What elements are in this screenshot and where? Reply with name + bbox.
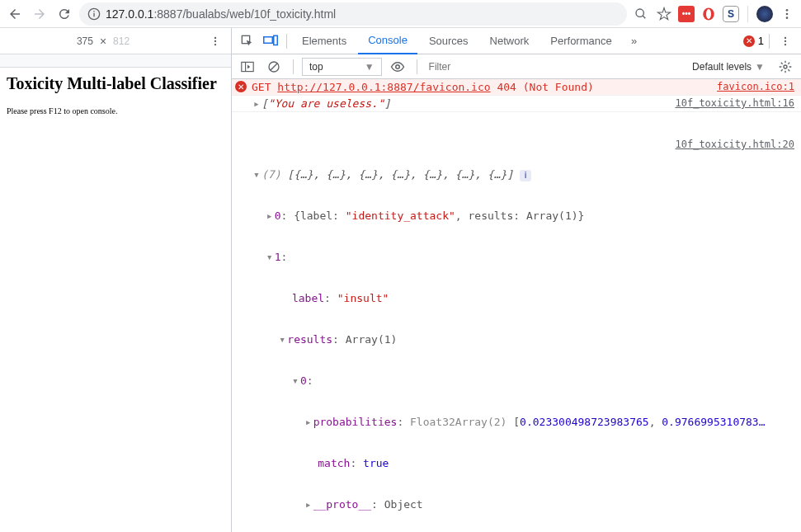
error-count: 1 — [758, 35, 764, 47]
svg-point-23 — [395, 64, 399, 68]
svg-rect-15 — [274, 35, 278, 45]
svg-point-11 — [214, 40, 216, 41]
tab-elements[interactable]: Elements — [292, 28, 356, 54]
filter-input[interactable] — [426, 58, 682, 76]
console-log-row[interactable]: ▸["You are useless."] 10f_toxicity.html:… — [232, 96, 801, 112]
svg-line-22 — [271, 64, 277, 70]
svg-point-8 — [786, 12, 789, 15]
page-content: Toxicity Multi-label Classifier Please p… — [0, 68, 231, 122]
expand-caret-icon[interactable]: ▾ — [253, 167, 262, 183]
svg-point-18 — [785, 43, 786, 45]
page-subtitle: Please press F12 to open console. — [7, 106, 224, 115]
back-button[interactable] — [5, 4, 25, 24]
reload-button[interactable] — [54, 4, 74, 24]
console-error-row[interactable]: ✕ GET http://127.0.0.1:8887/favicon.ico … — [232, 79, 801, 96]
svg-rect-2 — [93, 11, 94, 12]
svg-point-12 — [214, 43, 216, 45]
svg-point-17 — [785, 40, 786, 41]
tab-sources[interactable]: Sources — [419, 28, 478, 54]
page-menu-icon[interactable] — [206, 32, 224, 50]
svg-point-16 — [785, 36, 786, 38]
source-link[interactable]: 10f_toxicity.html:20 — [676, 139, 795, 150]
svg-point-24 — [784, 65, 787, 68]
device-toggle-icon[interactable] — [260, 31, 281, 52]
browser-menu-icon[interactable] — [778, 5, 796, 23]
extension-s-icon[interactable]: S — [723, 6, 739, 22]
forward-button[interactable] — [30, 4, 49, 24]
expand-caret-icon[interactable]: ▾ — [279, 332, 287, 348]
expand-caret-icon[interactable]: ▸ — [305, 497, 313, 513]
svg-rect-1 — [93, 12, 94, 16]
svg-point-3 — [636, 9, 643, 16]
url-bar[interactable]: 127.0.0.1:8887/bualabs/web/10f_toxicity.… — [79, 2, 627, 26]
log-levels-selector[interactable]: Default levels▼ — [687, 61, 770, 73]
tab-network[interactable]: Network — [480, 28, 539, 54]
context-selector[interactable]: top▼ — [302, 58, 382, 76]
inspect-icon[interactable] — [237, 31, 258, 52]
info-icon[interactable]: i — [520, 170, 531, 181]
page-title: Toxicity Multi-label Classifier — [7, 74, 224, 93]
console-sidebar-toggle-icon[interactable] — [237, 56, 258, 78]
console-settings-icon[interactable] — [775, 56, 796, 78]
info-icon — [87, 7, 101, 21]
svg-point-6 — [706, 9, 711, 19]
tab-console[interactable]: Console — [358, 28, 417, 54]
clear-console-icon[interactable] — [263, 56, 285, 78]
extension-opera-icon[interactable] — [700, 5, 718, 23]
browser-toolbar: 127.0.0.1:8887/bualabs/web/10f_toxicity.… — [0, 0, 801, 28]
expand-caret-icon[interactable]: ▸ — [266, 208, 275, 224]
error-icon: ✕ — [235, 81, 247, 92]
devtools-panel: Elements Console Sources Network Perform… — [231, 28, 801, 532]
extension-red-icon[interactable]: ••• — [678, 6, 695, 22]
svg-rect-14 — [264, 36, 273, 43]
svg-line-4 — [643, 16, 645, 18]
console-filter-bar: top▼ Default levels▼ — [232, 54, 801, 79]
svg-point-10 — [214, 36, 216, 38]
expand-caret-icon[interactable]: ▾ — [266, 249, 275, 266]
zoom-icon[interactable] — [632, 5, 650, 23]
source-link[interactable]: 10f_toxicity.html:16 — [676, 97, 795, 109]
expand-caret-icon[interactable]: ▸ — [253, 97, 262, 110]
devtools-tabs: Elements Console Sources Network Perform… — [232, 28, 801, 54]
expand-caret-icon[interactable]: ▸ — [305, 414, 313, 431]
devtools-menu-icon[interactable] — [775, 31, 796, 52]
profile-avatar-icon[interactable] — [756, 6, 773, 22]
live-expression-icon[interactable] — [387, 56, 408, 78]
url-text: 127.0.0.1:8887/bualabs/web/10f_toxicity.… — [106, 7, 336, 21]
bookmark-star-icon[interactable] — [655, 5, 673, 23]
svg-point-9 — [786, 16, 789, 19]
expand-caret-icon[interactable]: ▾ — [292, 373, 300, 389]
error-badge-icon[interactable]: ✕ — [743, 35, 755, 47]
close-dimension-icon[interactable]: × — [100, 35, 106, 48]
svg-point-7 — [786, 9, 789, 12]
source-link[interactable]: favicon.ico:1 — [717, 81, 794, 92]
page-area: 375 × 812 Toxicity Multi-label Classifie… — [0, 28, 231, 532]
viewport-height: 812 — [113, 35, 130, 47]
tab-performance[interactable]: Performance — [540, 28, 621, 54]
tabs-overflow-icon[interactable]: » — [624, 31, 645, 52]
console-log-row[interactable]: 10f_toxicity.html:20 ▾(7) [{…}, {…}, {…}… — [232, 112, 801, 532]
console-output: ✕ GET http://127.0.0.1:8887/favicon.ico … — [232, 79, 801, 532]
responsive-bar: 375 × 812 — [0, 28, 231, 54]
viewport-width: 375 — [77, 35, 93, 47]
divider — [747, 6, 748, 22]
